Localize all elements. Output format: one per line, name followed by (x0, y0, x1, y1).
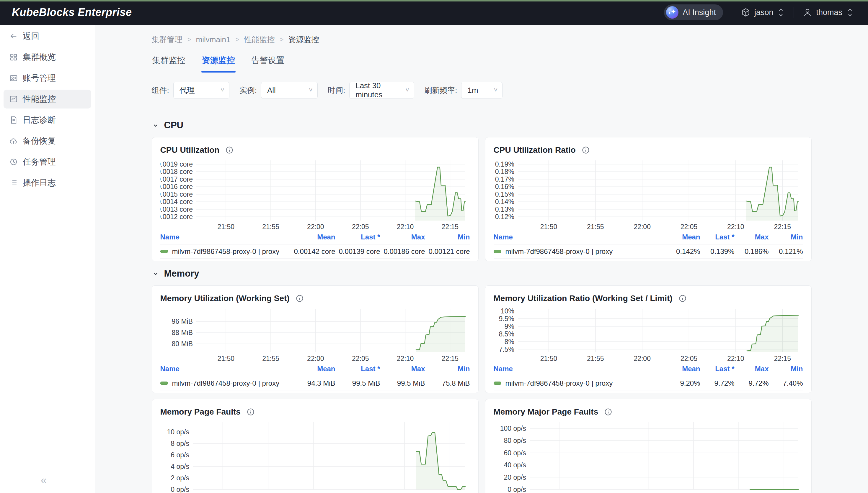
svg-text:22:15: 22:15 (774, 355, 791, 362)
sidebar-item-cloud-up[interactable]: 备份恢复 (3, 131, 91, 150)
svg-text:9%: 9% (504, 323, 514, 330)
section-cpu-header[interactable]: CPU (152, 117, 812, 133)
memory-chart-grid: Memory Utilization (Working Set)21:5021:… (152, 285, 812, 493)
main-area: 集群管理 > milvmain1 > 性能监控 > 资源监控 集群监控 资源监控… (95, 25, 868, 493)
table-header-name[interactable]: Name (493, 365, 666, 373)
series-swatch (160, 382, 168, 385)
info-icon[interactable] (296, 294, 304, 302)
sidebar-item-chart[interactable]: 性能监控 (3, 90, 91, 108)
filter-bar: 组件: 代理 ˅ 实例: All ˅ 时间: Last 30 minutes ˅ (152, 82, 812, 99)
time-range-select[interactable]: Last 30 minutes ˅ (349, 82, 414, 99)
sidebar-item-label: 账号管理 (23, 72, 56, 84)
table-header-max[interactable]: Max (380, 365, 425, 373)
info-icon[interactable] (679, 294, 687, 302)
svg-text:0.18%: 0.18% (495, 168, 514, 175)
breadcrumb-cluster-mgmt[interactable]: 集群管理 (152, 35, 182, 45)
table-header-min[interactable]: Min (425, 233, 470, 241)
table-header-last[interactable]: Last * (336, 365, 380, 373)
svg-text:21:55: 21:55 (587, 223, 604, 231)
table-header-mean[interactable]: Mean (666, 233, 700, 241)
svg-text:9.5%: 9.5% (499, 315, 514, 323)
sidebar-back-button[interactable]: 返回 (3, 27, 91, 46)
table-header-mean[interactable]: Mean (290, 233, 336, 241)
svg-text:22:05: 22:05 (350, 492, 368, 493)
chart-plot-memory-utilization: 21:5021:5522:0022:0522:1022:1596 MiB88 M… (160, 306, 470, 364)
topbar-divider (732, 7, 732, 18)
svg-text:22:00: 22:00 (307, 223, 324, 231)
table-row: milvm-7df9867458-proxy-0 | proxy0.142%0.… (493, 244, 803, 259)
ai-sparkle-icon: ✦✦ (666, 6, 679, 19)
table-header-last[interactable]: Last * (700, 365, 734, 373)
table-header-min[interactable]: Min (769, 233, 803, 241)
chart-card-cpu-utilization-ratio: CPU Utilization Ratio21:5021:5522:0022:0… (485, 137, 812, 261)
user-menu[interactable]: thomas (803, 8, 854, 17)
info-icon[interactable] (225, 146, 234, 154)
table-header-mean[interactable]: Mean (290, 365, 336, 373)
cpu-chart-grid: CPU Utilization21:5021:5522:0022:0522:10… (152, 137, 812, 261)
chevron-down-icon: ˅ (221, 86, 224, 94)
sidebar-item-doc[interactable]: 日志诊断 (3, 111, 91, 129)
info-icon[interactable] (582, 146, 590, 154)
table-header-last[interactable]: Last * (336, 233, 380, 241)
svg-text:0 op/s: 0 op/s (170, 486, 189, 493)
svg-text:21:55: 21:55 (262, 223, 279, 231)
ai-insight-button[interactable]: ✦✦ AI Insight (664, 4, 723, 20)
chart-plot-memory-utilization-ratio: 21:5021:5522:0022:0522:1022:1510%9.5%9%8… (493, 306, 803, 364)
chart-svg-memory-utilization-ratio: 21:5021:5522:0022:0522:1022:1510%9.5%9%8… (493, 306, 803, 364)
svg-text:22:15: 22:15 (774, 223, 791, 231)
svg-text:20 op/s: 20 op/s (504, 474, 526, 481)
table-header-min[interactable]: Min (425, 365, 470, 373)
svg-text:22:00: 22:00 (305, 492, 322, 493)
component-select[interactable]: 代理 ˅ (173, 82, 229, 99)
table-header-mean[interactable]: Mean (666, 365, 700, 373)
svg-text:0.16%: 0.16% (495, 183, 514, 191)
sidebar-item-grid[interactable]: 集群概览 (3, 48, 91, 67)
table-header-last[interactable]: Last * (700, 233, 734, 241)
chevron-down-icon (152, 122, 159, 129)
sidebar-collapse-button[interactable]: « (41, 474, 47, 487)
table-header-name[interactable]: Name (160, 365, 290, 373)
chevron-updown-icon (846, 8, 854, 17)
tab-alert-settings[interactable]: 告警设置 (251, 52, 285, 72)
svg-text:22:05: 22:05 (685, 492, 702, 493)
sidebar-item-label: 集群概览 (23, 51, 56, 63)
info-icon[interactable] (604, 408, 612, 416)
section-memory-header[interactable]: Memory (152, 265, 812, 282)
chart-card-memory-utilization-ratio: Memory Utilization Ratio (Working Set / … (485, 285, 812, 393)
table-header-min[interactable]: Min (769, 365, 803, 373)
id-card-icon (9, 74, 18, 82)
sidebar-item-id-card[interactable]: 账号管理 (3, 69, 91, 88)
svg-text:80 MiB: 80 MiB (171, 340, 193, 348)
tab-resource-monitor[interactable]: 资源监控 (201, 52, 236, 72)
breadcrumb-cluster-name[interactable]: milvmain1 (196, 35, 230, 44)
svg-text:0.19%: 0.19% (495, 160, 514, 168)
refresh-rate-select[interactable]: 1m ˅ (461, 82, 503, 99)
instance-select[interactable]: All ˅ (261, 82, 318, 99)
sidebar-item-list[interactable]: 操作日志 (3, 173, 91, 192)
svg-text:22:10: 22:10 (727, 223, 744, 231)
svg-text:8 op/s: 8 op/s (170, 440, 189, 447)
svg-text:0.17%: 0.17% (495, 175, 514, 183)
svg-text:96 MiB: 96 MiB (171, 318, 193, 325)
svg-text:22:15: 22:15 (441, 492, 458, 493)
table-header-max[interactable]: Max (380, 233, 425, 241)
org-menu[interactable]: jason (741, 8, 785, 17)
table-header-max[interactable]: Max (734, 233, 769, 241)
chart-plot-memory-page-faults: 21:5021:5522:0022:0522:1022:1510 op/s8 o… (160, 419, 470, 493)
chart-card-cpu-utilization: CPU Utilization21:5021:5522:0022:0522:10… (152, 137, 479, 261)
svg-text:0.15%: 0.15% (495, 191, 514, 198)
sidebar-item-clock[interactable]: 任务管理 (3, 152, 91, 171)
user-icon (803, 8, 812, 17)
tab-cluster-monitor[interactable]: 集群监控 (152, 52, 186, 72)
info-icon[interactable] (246, 408, 255, 416)
svg-text:22:15: 22:15 (441, 355, 459, 362)
stat-value: 75.8 MiB (425, 379, 470, 387)
table-header-name[interactable]: Name (160, 233, 290, 241)
list-icon (9, 179, 18, 187)
svg-text:0.0017 core: 0.0017 core (160, 175, 193, 183)
table-header-name[interactable]: Name (493, 233, 666, 241)
breadcrumb-perf-monitor[interactable]: 性能监控 (244, 35, 275, 45)
table-header-max[interactable]: Max (734, 365, 769, 373)
chart-stats-table: NameMeanLast *MaxMinmilvm-7df9867458-pro… (493, 232, 803, 259)
chart-svg-memory-major-page-faults: 21:5021:5522:0022:0522:1022:15100 op/s80… (493, 419, 803, 493)
